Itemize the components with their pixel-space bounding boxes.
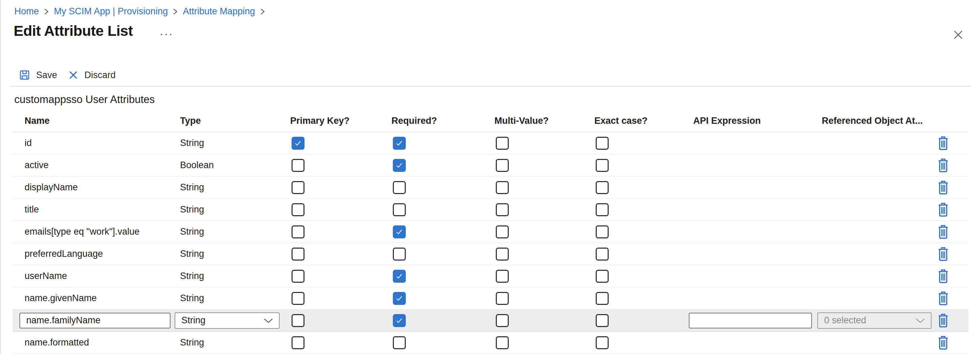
discard-button[interactable]: Discard — [67, 69, 116, 81]
attribute-name: name.givenName — [25, 293, 180, 303]
delete-attribute-button[interactable] — [937, 269, 949, 284]
required-checkbox[interactable] — [393, 270, 406, 283]
multi-value-checkbox[interactable] — [496, 247, 509, 261]
table-row: name.givenName String — [13, 287, 969, 310]
exact-case-checkbox[interactable] — [596, 225, 609, 238]
exact-case-checkbox[interactable] — [596, 270, 609, 283]
multi-value-checkbox[interactable] — [496, 270, 509, 283]
column-header-multi-value: Multi-Value? — [495, 116, 594, 126]
close-button[interactable] — [951, 27, 966, 42]
multi-value-checkbox[interactable] — [496, 225, 509, 238]
attribute-name: emails[type eq "work"].value — [25, 226, 180, 237]
exact-case-checkbox[interactable] — [596, 203, 609, 216]
delete-attribute-button[interactable] — [937, 247, 949, 261]
required-checkbox[interactable] — [393, 292, 406, 305]
required-checkbox[interactable] — [393, 225, 406, 238]
page-title: Edit Attribute List — [14, 22, 133, 39]
primary-key-checkbox[interactable] — [291, 137, 304, 150]
multi-value-checkbox[interactable] — [496, 137, 509, 150]
trash-icon — [937, 180, 949, 195]
attribute-name: displayName — [25, 182, 180, 193]
multi-value-checkbox[interactable] — [496, 203, 509, 216]
check-icon — [395, 316, 404, 325]
column-header-exact-case: Exact case? — [594, 116, 693, 126]
delete-attribute-button[interactable] — [937, 225, 949, 239]
table-row-editing: String 0 selected — [13, 310, 969, 332]
breadcrumb-scim-app-provisioning[interactable]: My SCIM App | Provisioning — [54, 5, 168, 17]
chevron-right-icon — [259, 7, 266, 16]
check-icon — [395, 272, 404, 281]
delete-attribute-button[interactable] — [937, 313, 949, 328]
more-options-button[interactable]: ··· — [158, 27, 176, 41]
table-row: userName String — [13, 265, 969, 287]
required-checkbox[interactable] — [393, 203, 406, 216]
multi-value-checkbox[interactable] — [496, 181, 509, 194]
exact-case-checkbox[interactable] — [596, 247, 609, 261]
exact-case-checkbox[interactable] — [596, 159, 609, 172]
exact-case-checkbox[interactable] — [596, 292, 609, 305]
referenced-object-select[interactable]: 0 selected — [817, 313, 932, 329]
table-row: emails[type eq "work"].value String — [13, 221, 969, 243]
delete-attribute-button[interactable] — [937, 203, 949, 217]
trash-icon — [937, 136, 949, 150]
chevron-down-icon — [915, 317, 926, 324]
delete-attribute-button[interactable] — [937, 136, 949, 150]
table-row: displayName String — [13, 177, 969, 199]
attribute-type: String — [180, 204, 290, 215]
api-expression-input[interactable] — [689, 313, 812, 328]
primary-key-checkbox[interactable] — [291, 181, 304, 194]
primary-key-checkbox[interactable] — [291, 314, 304, 327]
command-bar: Save Discard — [18, 67, 116, 83]
name-input[interactable] — [19, 313, 170, 328]
required-checkbox[interactable] — [393, 137, 406, 150]
delete-attribute-button[interactable] — [937, 291, 949, 306]
breadcrumb-home[interactable]: Home — [14, 5, 39, 17]
multi-value-checkbox[interactable] — [496, 314, 509, 327]
required-checkbox[interactable] — [393, 181, 406, 194]
type-select[interactable]: String — [175, 313, 280, 329]
delete-attribute-button[interactable] — [937, 336, 949, 350]
primary-key-checkbox[interactable] — [291, 270, 304, 283]
attribute-name: preferredLanguage — [25, 249, 180, 259]
attribute-type: String — [180, 293, 290, 303]
attribute-type: Boolean — [180, 160, 290, 171]
breadcrumb-attribute-mapping[interactable]: Attribute Mapping — [183, 5, 255, 17]
table-row: id String — [13, 132, 969, 155]
table-row: name.formatted String — [13, 332, 969, 354]
attribute-type: String — [180, 337, 290, 348]
column-header-type: Type — [180, 116, 290, 126]
required-checkbox[interactable] — [393, 247, 406, 261]
required-checkbox[interactable] — [393, 159, 406, 172]
primary-key-checkbox[interactable] — [291, 203, 304, 216]
attribute-type: String — [180, 182, 290, 193]
attribute-type: String — [180, 271, 290, 281]
primary-key-checkbox[interactable] — [291, 292, 304, 305]
multi-value-checkbox[interactable] — [496, 292, 509, 305]
exact-case-checkbox[interactable] — [596, 314, 609, 327]
primary-key-checkbox[interactable] — [291, 247, 304, 261]
required-checkbox[interactable] — [393, 336, 406, 349]
check-icon — [395, 228, 404, 236]
attribute-name: active — [25, 160, 180, 171]
attribute-name: name.formatted — [25, 337, 180, 348]
save-button[interactable]: Save — [18, 69, 57, 81]
exact-case-checkbox[interactable] — [596, 181, 609, 194]
required-checkbox[interactable] — [393, 314, 406, 327]
delete-attribute-button[interactable] — [937, 180, 949, 195]
primary-key-checkbox[interactable] — [291, 159, 304, 172]
attribute-table-body: id String active Boolean — [13, 132, 969, 354]
breadcrumb: Home My SCIM App | Provisioning Attribut… — [14, 5, 266, 17]
exact-case-checkbox[interactable] — [596, 137, 609, 150]
exact-case-checkbox[interactable] — [596, 336, 609, 349]
primary-key-checkbox[interactable] — [291, 336, 304, 349]
multi-value-checkbox[interactable] — [496, 159, 509, 172]
multi-value-checkbox[interactable] — [496, 336, 509, 349]
delete-attribute-button[interactable] — [937, 158, 949, 172]
check-icon — [395, 139, 404, 148]
close-icon — [952, 28, 965, 41]
table-row: title String — [13, 199, 969, 221]
section-title: customappsso User Attributes — [14, 93, 155, 106]
primary-key-checkbox[interactable] — [291, 225, 304, 238]
check-icon — [294, 139, 302, 148]
chevron-right-icon — [172, 7, 179, 16]
